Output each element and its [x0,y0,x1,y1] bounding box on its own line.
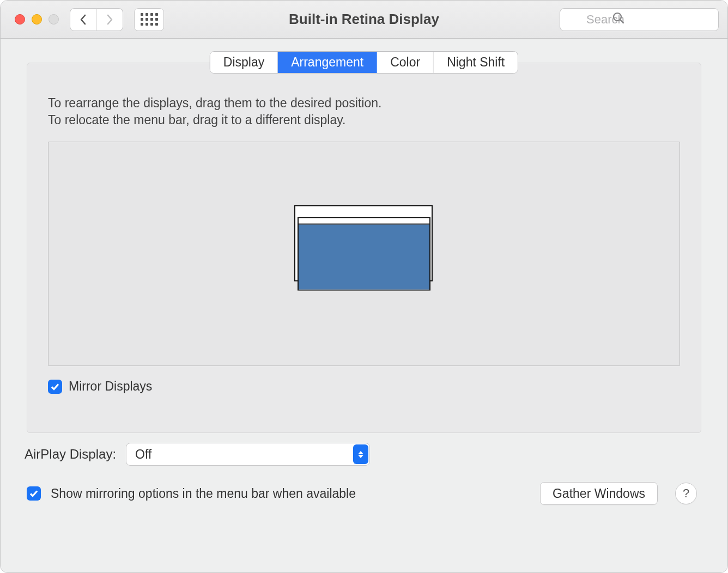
gather-windows-button[interactable]: Gather Windows [540,482,658,505]
instruction-line-1: To rearrange the displays, drag them to … [48,95,680,112]
mirror-displays-checkbox[interactable] [48,380,62,394]
tab-color[interactable]: Color [377,52,434,73]
close-window-button[interactable] [15,14,25,25]
zoom-window-button [48,14,59,25]
select-stepper-icon [353,444,368,464]
display-stack [298,217,430,291]
check-icon [29,489,39,498]
airplay-select-value: Off [126,443,370,466]
check-icon [50,382,60,392]
grid-icon [141,13,158,26]
tab-display[interactable]: Display [210,52,278,73]
window-controls [15,14,59,25]
bottom-row: Show mirroring options in the menu bar w… [27,482,697,505]
settings-tabs: DisplayArrangementColorNight Shift [210,51,518,74]
mirror-displays-label: Mirror Displays [69,379,152,394]
forward-button[interactable] [96,8,123,31]
mirror-row: Mirror Displays [27,366,701,426]
search-icon [612,12,624,27]
minimize-window-button[interactable] [32,14,42,25]
search-input[interactable] [560,8,719,31]
show-mirror-menu-checkbox[interactable] [27,486,41,501]
airplay-select[interactable]: Off [126,443,370,466]
airplay-label: AirPlay Display: [25,447,116,462]
footer: AirPlay Display: Off Show mirroring opti… [27,443,701,505]
show-mirror-menu-label: Show mirroring options in the menu bar w… [51,486,356,501]
show-all-prefs-button[interactable] [134,8,164,31]
back-button[interactable] [70,8,96,31]
tab-arrangement[interactable]: Arrangement [278,52,377,73]
instruction-line-2: To relocate the menu bar, drag it to a d… [48,112,680,129]
search-wrap [560,8,719,31]
help-button[interactable]: ? [675,483,697,504]
nav-buttons [70,8,123,31]
svg-line-1 [621,20,624,23]
airplay-row: AirPlay Display: Off [27,443,697,466]
arrangement-panel: DisplayArrangementColorNight Shift To re… [27,63,701,433]
titlebar: Built-in Retina Display [1,1,727,39]
tab-night-shift[interactable]: Night Shift [434,52,518,73]
primary-display-icon[interactable] [298,217,430,291]
display-screen [299,225,429,290]
preferences-window: Built-in Retina Display DisplayArrangeme… [0,0,728,573]
chevron-left-icon [80,14,87,25]
content: DisplayArrangementColorNight Shift To re… [1,39,727,572]
display-arrangement-area[interactable] [48,142,680,366]
instructions: To rearrange the displays, drag them to … [27,63,701,134]
menubar-strip[interactable] [299,218,429,225]
chevron-right-icon [106,14,113,25]
